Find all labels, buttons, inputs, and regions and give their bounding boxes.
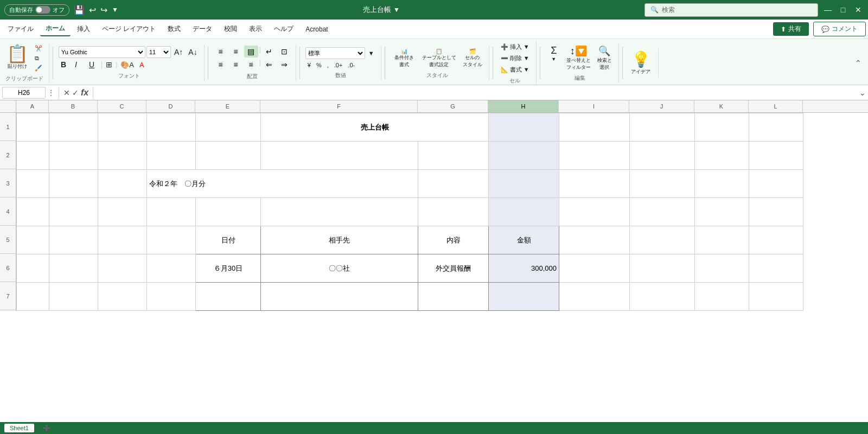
menu-formula[interactable]: 数式 — [162, 22, 186, 36]
copy-button[interactable]: ⧉ — [33, 54, 44, 63]
cell-I5[interactable] — [559, 226, 630, 254]
paste-button[interactable]: 📋 貼り付け — [4, 44, 30, 71]
cell-F7[interactable] — [261, 283, 418, 311]
cell-ref-input[interactable] — [2, 87, 46, 99]
menu-acrobat[interactable]: Acrobat — [300, 23, 333, 35]
italic-button[interactable]: I — [73, 59, 86, 70]
cell-L4[interactable] — [749, 198, 803, 226]
merge-button[interactable]: ⊡ — [277, 46, 291, 58]
cell-L5[interactable] — [749, 226, 803, 254]
cell-K1[interactable] — [695, 113, 749, 142]
cell-D6[interactable] — [147, 254, 196, 283]
cell-J4[interactable] — [630, 198, 695, 226]
menu-file[interactable]: ファイル — [2, 22, 39, 36]
cell-E2[interactable] — [196, 142, 261, 170]
cell-A2[interactable] — [17, 142, 49, 170]
table-format-button[interactable]: 📋 テーブルとして書式設定 — [420, 47, 458, 69]
row-num-6[interactable]: 6 — [0, 254, 16, 282]
conditional-format-button[interactable]: 📊 条件付き書式 — [391, 47, 418, 69]
cell-B2[interactable] — [49, 142, 98, 170]
cell-H5-amount-header[interactable]: 金額 — [489, 226, 559, 254]
cell-styles-button[interactable]: 🗂️ セルのスタイル — [461, 47, 484, 69]
cell-B1[interactable] — [49, 113, 98, 142]
cell-D4[interactable] — [147, 198, 196, 226]
cell-C2[interactable] — [98, 142, 147, 170]
cancel-icon[interactable]: ✕ — [63, 88, 70, 97]
cell-L7[interactable] — [749, 283, 803, 311]
cell-E6-date[interactable]: ６月30日 — [196, 254, 261, 283]
cell-F4[interactable] — [261, 198, 418, 226]
cell-G4[interactable] — [418, 198, 489, 226]
cell-C6[interactable] — [98, 254, 147, 283]
add-sheet-btn[interactable]: ➕ — [43, 425, 50, 432]
cell-I2[interactable] — [559, 142, 630, 170]
cell-L2[interactable] — [749, 142, 803, 170]
function-icon[interactable]: fx — [81, 88, 88, 98]
maximize-btn[interactable]: □ — [838, 5, 848, 14]
cell-J3[interactable] — [630, 170, 695, 198]
redo-icon[interactable]: ↪ — [100, 5, 107, 15]
align-bottom-button[interactable]: ▤ — [244, 46, 258, 58]
decimal-increase-button[interactable]: .0+ — [332, 61, 345, 69]
row-num-2[interactable]: 2 — [0, 141, 16, 169]
col-header-A[interactable]: A — [16, 100, 49, 112]
col-header-F[interactable]: F — [260, 100, 418, 112]
cell-C7[interactable] — [98, 283, 147, 311]
comma-button[interactable]: , — [325, 61, 331, 69]
cell-A3[interactable] — [17, 170, 49, 198]
find-select-button[interactable]: 🔍 検索と選択 — [595, 44, 614, 72]
cell-A4[interactable] — [17, 198, 49, 226]
cell-H2[interactable] — [489, 142, 559, 170]
cell-I6[interactable] — [559, 254, 630, 283]
comment-button[interactable]: 💬 コメント — [813, 22, 866, 36]
menu-view[interactable]: 表示 — [244, 22, 267, 36]
font-grow-button[interactable]: A↑ — [172, 47, 185, 58]
number-format-select[interactable]: 標準 — [305, 47, 365, 59]
search-box[interactable]: 🔍 検索 — [644, 3, 818, 17]
underline-button[interactable]: U — [87, 59, 100, 70]
cell-E1[interactable] — [196, 113, 261, 142]
sort-filter-button[interactable]: ↕🔽 並べ替えとフィルター — [564, 44, 593, 72]
indent-decrease-button[interactable]: ⇐ — [262, 59, 276, 71]
cell-L3[interactable] — [749, 170, 803, 198]
format-painter-button[interactable]: 🖌️ — [33, 63, 44, 73]
cell-H7[interactable] — [489, 283, 559, 311]
row-num-3[interactable]: 3 — [0, 169, 16, 197]
cell-D7[interactable] — [147, 283, 196, 311]
number-format-dropdown[interactable]: ▼ — [366, 49, 376, 58]
close-btn[interactable]: ✕ — [853, 5, 864, 14]
sum-button[interactable]: Σ ▼ — [546, 44, 562, 72]
cell-F5-partner-header[interactable]: 相手先 — [261, 226, 418, 254]
cell-D2[interactable] — [147, 142, 196, 170]
cell-C1[interactable] — [98, 113, 147, 142]
align-left-button[interactable]: ≡ — [214, 59, 228, 71]
col-header-D[interactable]: D — [146, 100, 195, 112]
col-header-J[interactable]: J — [629, 100, 694, 112]
cell-K4[interactable] — [695, 198, 749, 226]
font-name-select[interactable]: Yu Gothic — [59, 46, 145, 58]
col-header-G[interactable]: G — [418, 100, 488, 112]
autosave-badge[interactable]: 自動保存 オフ — [4, 4, 69, 16]
cell-J1[interactable] — [630, 113, 695, 142]
row-num-7[interactable]: 7 — [0, 282, 16, 310]
cell-K7[interactable] — [695, 283, 749, 311]
ribbon-collapse-btn[interactable]: ⌃ — [855, 59, 866, 67]
cell-A1[interactable] — [17, 113, 49, 142]
cell-I7[interactable] — [559, 283, 630, 311]
border-button[interactable]: ⊞ — [104, 59, 114, 70]
cell-L6[interactable] — [749, 254, 803, 283]
cell-H4[interactable] — [489, 198, 559, 226]
align-middle-button[interactable]: ≡ — [229, 46, 243, 58]
cell-H6-amount[interactable]: 300,000 — [489, 254, 559, 283]
col-header-E[interactable]: E — [195, 100, 260, 112]
cell-J7[interactable] — [630, 283, 695, 311]
share-button[interactable]: ⬆ 共有 — [773, 22, 809, 36]
align-top-button[interactable]: ≡ — [214, 46, 228, 58]
fill-color-button[interactable]: 🎨A — [118, 60, 136, 70]
font-shrink-button[interactable]: A↓ — [186, 47, 199, 58]
cell-J2[interactable] — [630, 142, 695, 170]
minimize-btn[interactable]: — — [822, 5, 833, 14]
cell-C5[interactable] — [98, 226, 147, 254]
cell-G2[interactable] — [418, 142, 489, 170]
insert-button[interactable]: ➕ 挿入 ▼ — [499, 42, 532, 52]
